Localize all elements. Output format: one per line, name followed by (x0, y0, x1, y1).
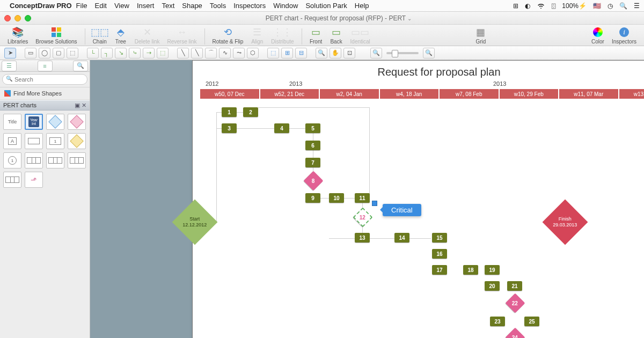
critical-callout[interactable]: Critical (383, 204, 421, 216)
ellipse-tool[interactable]: ◯ (39, 48, 50, 58)
node-4[interactable]: 4 (274, 123, 289, 133)
node-13[interactable]: 13 (355, 233, 370, 243)
line-tool-1[interactable]: ╲ (177, 48, 189, 58)
start-milestone[interactable]: Start12.12.2012 (172, 200, 218, 245)
shape-seg-1[interactable] (25, 152, 43, 168)
node-19[interactable]: 19 (485, 265, 500, 275)
node-8[interactable]: 8 (304, 171, 324, 191)
flag-icon[interactable]: 🇺🇸 (593, 2, 601, 10)
node-1[interactable]: 1 (222, 107, 237, 117)
arc-tool[interactable]: ⌒ (205, 48, 217, 58)
shape-seg-3[interactable] (68, 152, 86, 168)
shape-step[interactable]: ⬏ (25, 172, 43, 188)
node-25[interactable]: 25 (524, 317, 539, 326)
canvas-area[interactable]: Request for proposal plan 2012 2013 2013… (90, 60, 644, 338)
menu-text[interactable]: Text (162, 2, 174, 10)
node-10[interactable]: 10 (329, 193, 344, 203)
node-9[interactable]: 9 (305, 193, 320, 203)
rect-tool[interactable]: ▭ (25, 48, 36, 58)
callout-handle[interactable] (372, 201, 377, 206)
node-18[interactable]: 18 (463, 265, 478, 275)
spotlight-grid-icon[interactable]: ⊞ (513, 2, 518, 10)
shape-box[interactable] (25, 133, 43, 149)
zoom-slider[interactable] (386, 52, 419, 54)
connector-6[interactable]: ⬚ (157, 48, 169, 58)
line-tool-2[interactable]: ╲ (191, 48, 203, 58)
fit-tool[interactable]: ⊡ (343, 48, 355, 58)
grid-button[interactable]: ▦Grid (472, 26, 489, 45)
node-2[interactable]: 2 (243, 107, 258, 117)
connector-3[interactable]: ↘ (115, 48, 127, 58)
menu-shape[interactable]: Shape (182, 2, 202, 10)
hand-tool[interactable]: ✋ (330, 48, 341, 58)
maximize-button[interactable] (25, 15, 31, 21)
menu-solution-park[interactable]: Solution Park (305, 2, 347, 10)
node-3[interactable]: 3 (222, 123, 237, 133)
zoom-out-button[interactable]: 🔍 (370, 48, 382, 58)
crop-tool[interactable]: ⬚ (267, 48, 279, 58)
node-16[interactable]: 16 (432, 249, 447, 259)
node-14[interactable]: 14 (394, 233, 409, 243)
battery-status[interactable]: 100% ⚡ (562, 2, 587, 10)
shape-diamond-blue[interactable] (46, 114, 64, 130)
wifi-icon[interactable] (537, 3, 545, 9)
document-title[interactable]: PERT chart - Request for proposal (RFP) … (266, 14, 412, 22)
pointer-tool[interactable]: ➤ (4, 48, 16, 58)
panel-tab-search[interactable]: 🔍 (73, 61, 88, 71)
menu-tools[interactable]: Tools (210, 2, 226, 10)
node-22[interactable]: 22 (506, 293, 525, 313)
zoom-in-tool[interactable]: 🔍 (316, 48, 327, 58)
shape-diamond-yellow[interactable] (68, 133, 86, 149)
find-more-shapes-link[interactable]: Find More Shapes (0, 87, 90, 100)
panel-tab-list[interactable]: ≡ (38, 61, 53, 71)
color-button[interactable]: Color (589, 26, 606, 45)
rotate-flip-button[interactable]: ⟲Rotate & Flip (210, 26, 246, 45)
node-21[interactable]: 21 (507, 281, 522, 291)
menu-window[interactable]: Window (273, 2, 298, 10)
node-7[interactable]: 7 (305, 158, 320, 167)
shape-text-a[interactable]: A (3, 133, 21, 149)
back-button[interactable]: ▭Back (328, 26, 345, 45)
node-5[interactable]: 5 (305, 123, 320, 133)
libraries-button[interactable]: 📚Libraries (5, 26, 30, 45)
search-icon[interactable]: 🔍 (619, 2, 627, 10)
minimize-button[interactable] (14, 15, 21, 21)
ungroup-tool[interactable]: ⊟ (295, 48, 307, 58)
tree-button[interactable]: ⬘Tree (112, 26, 129, 45)
shape-search-input[interactable] (2, 74, 87, 85)
node-17[interactable]: 17 (432, 265, 447, 275)
airplay-icon[interactable]: ⌹ (552, 2, 555, 10)
shape-diamond-pink[interactable] (68, 114, 86, 130)
clock-icon[interactable]: ◷ (608, 2, 613, 10)
menu-inspectors[interactable]: Inspectors (233, 2, 266, 10)
section-pert-charts[interactable]: PERT charts ▣✕ (0, 100, 90, 111)
app-name[interactable]: ConceptDraw PRO (10, 2, 72, 10)
panel-tab-outline[interactable]: ☰ (2, 61, 17, 71)
section-pin-icon[interactable]: ▣ (75, 102, 80, 109)
shape-circle-1[interactable]: 1 (3, 152, 21, 168)
shape-seg-2[interactable] (46, 152, 64, 168)
shape-year-int[interactable]: YearInt (25, 114, 43, 130)
chain-button[interactable]: ⬚⬚Chain (91, 26, 109, 45)
node-23[interactable]: 23 (490, 317, 505, 326)
browse-solutions-button[interactable]: Browse Solutions (33, 26, 79, 45)
menu-file[interactable]: File (76, 2, 87, 10)
shape-box-1[interactable]: 1 (46, 133, 64, 149)
group-tool[interactable]: ⊞ (281, 48, 293, 58)
close-button[interactable] (4, 15, 11, 21)
menu-insert[interactable]: Insert (137, 2, 155, 10)
shape-title[interactable]: Title (3, 114, 21, 130)
zoom-in-button[interactable]: 🔍 (423, 48, 435, 58)
node-20[interactable]: 20 (485, 281, 500, 291)
shape-seg-4[interactable] (3, 172, 21, 188)
connector-2[interactable]: ┐ (101, 48, 113, 58)
connector-5[interactable]: ⇢ (143, 48, 155, 58)
inspectors-button[interactable]: iInspectors (610, 26, 639, 45)
text-tool[interactable]: ⬚ (67, 48, 78, 58)
connector-1[interactable]: └ (87, 48, 99, 58)
connector-4[interactable]: ⤷ (129, 48, 141, 58)
finish-milestone[interactable]: Finish29.03.2013 (543, 200, 588, 245)
document-canvas[interactable]: Request for proposal plan 2012 2013 2013… (192, 60, 644, 338)
node-12-selected[interactable]: 12 (353, 208, 373, 227)
bezier-tool[interactable]: ⤳ (233, 48, 245, 58)
